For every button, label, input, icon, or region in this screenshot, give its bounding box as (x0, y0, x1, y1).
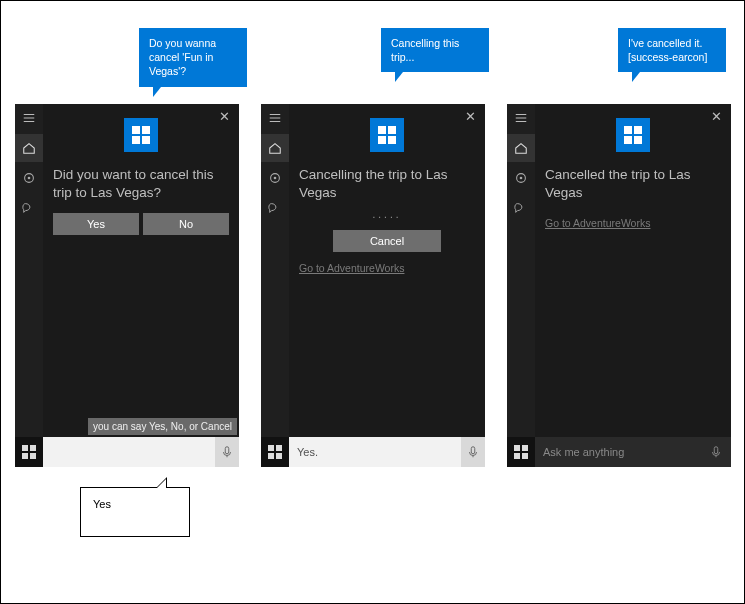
bubble-text: I've cancelled it. [success-earcon] (628, 37, 707, 63)
cortana-speech-bubble-1: Do you wanna cancel 'Fun in Vegas'? (139, 28, 247, 87)
windows-logo-icon (378, 126, 396, 144)
start-icon (268, 445, 282, 459)
prompt-heading: Cancelling the trip to Las Vegas (299, 166, 475, 201)
taskbar (15, 437, 239, 467)
svg-rect-8 (714, 447, 718, 454)
svg-point-1 (28, 177, 31, 180)
feedback-button[interactable] (261, 194, 289, 222)
start-icon (22, 445, 36, 459)
svg-point-4 (274, 177, 277, 180)
nav-rail (507, 104, 535, 437)
taskbar: Yes. (261, 437, 485, 467)
notebook-icon (514, 171, 528, 185)
home-button[interactable] (261, 134, 289, 162)
content-area: ✕ Cancelling the trip to Las Vegas .....… (289, 104, 485, 437)
cortana-panel-progress: ✕ Cancelling the trip to Las Vegas .....… (261, 104, 485, 467)
menu-icon (268, 111, 282, 125)
notebook-icon (268, 171, 282, 185)
menu-button[interactable] (15, 104, 43, 132)
start-button[interactable] (261, 437, 289, 467)
feedback-icon (22, 201, 36, 215)
bubble-text: Do you wanna cancel 'Fun in Vegas'? (149, 37, 216, 77)
svg-point-6 (517, 174, 526, 183)
notebook-button[interactable] (261, 164, 289, 192)
search-box[interactable] (43, 437, 215, 467)
home-button[interactable] (15, 134, 43, 162)
search-value: Yes. (297, 446, 453, 458)
mic-icon[interactable] (709, 445, 723, 459)
search-box[interactable]: Ask me anything (535, 437, 731, 467)
yes-button[interactable]: Yes (53, 213, 139, 235)
feedback-button[interactable] (507, 194, 535, 222)
mic-button[interactable] (461, 437, 485, 467)
menu-button[interactable] (261, 104, 289, 132)
app-tile[interactable] (370, 118, 404, 152)
mic-icon (220, 445, 234, 459)
close-button[interactable]: ✕ (215, 108, 233, 126)
feedback-icon (514, 201, 528, 215)
mic-button[interactable] (215, 437, 239, 467)
button-label: No (179, 218, 193, 230)
hint-text: you can say Yes, No, or Cancel (93, 421, 232, 432)
close-icon: ✕ (711, 109, 722, 124)
diagram-stage: Do you wanna cancel 'Fun in Vegas'? Canc… (1, 1, 744, 603)
windows-logo-icon (624, 126, 642, 144)
notebook-button[interactable] (507, 164, 535, 192)
home-icon (514, 141, 528, 155)
no-button[interactable]: No (143, 213, 229, 235)
menu-icon (22, 111, 36, 125)
notebook-icon (22, 171, 36, 185)
button-label: Yes (87, 218, 105, 230)
windows-logo-icon (132, 126, 150, 144)
link-label: Go to AdventureWorks (299, 262, 404, 274)
deep-link[interactable]: Go to AdventureWorks (545, 217, 650, 229)
prompt-heading: Did you want to cancel this trip to Las … (53, 166, 229, 201)
panel-body: ✕ Did you want to cancel this trip to La… (15, 104, 239, 437)
nav-rail (261, 104, 289, 437)
close-button[interactable]: ✕ (707, 108, 725, 126)
content-area: ✕ Cancelled the trip to Las Vegas Go to … (535, 104, 731, 437)
app-tile[interactable] (124, 118, 158, 152)
panel-body: ✕ Cancelled the trip to Las Vegas Go to … (507, 104, 731, 437)
svg-point-0 (25, 174, 34, 183)
notebook-button[interactable] (15, 164, 43, 192)
taskbar: Ask me anything (507, 437, 731, 467)
voice-hint: you can say Yes, No, or Cancel (88, 418, 237, 435)
cortana-speech-bubble-2: Cancelling this trip... (381, 28, 489, 72)
feedback-icon (268, 201, 282, 215)
start-icon (514, 445, 528, 459)
mic-icon (466, 445, 480, 459)
search-box[interactable]: Yes. (289, 437, 461, 467)
start-button[interactable] (507, 437, 535, 467)
cancel-button[interactable]: Cancel (333, 230, 441, 252)
svg-point-7 (520, 177, 523, 180)
link-label: Go to AdventureWorks (545, 217, 650, 229)
feedback-button[interactable] (15, 194, 43, 222)
app-tile[interactable] (616, 118, 650, 152)
button-label: Cancel (370, 235, 404, 247)
menu-button[interactable] (507, 104, 535, 132)
content-area: ✕ Did you want to cancel this trip to La… (43, 104, 239, 437)
button-row: Cancel (299, 230, 475, 252)
menu-icon (514, 111, 528, 125)
svg-point-3 (271, 174, 280, 183)
close-button[interactable]: ✕ (461, 108, 479, 126)
user-speech-bubble: Yes (80, 487, 190, 537)
panel-body: ✕ Cancelling the trip to Las Vegas .....… (261, 104, 485, 437)
cortana-panel-confirm: ✕ Did you want to cancel this trip to La… (15, 104, 239, 467)
prompt-heading: Cancelled the trip to Las Vegas (545, 166, 721, 201)
home-icon (22, 141, 36, 155)
svg-rect-5 (471, 447, 475, 454)
deep-link[interactable]: Go to AdventureWorks (299, 262, 404, 274)
progress-indicator: ..... (373, 209, 402, 220)
start-button[interactable] (15, 437, 43, 467)
svg-rect-2 (225, 447, 229, 454)
bubble-text: Cancelling this trip... (391, 37, 459, 63)
confirm-button-row: Yes No (53, 213, 229, 235)
close-icon: ✕ (219, 109, 230, 124)
cortana-panel-done: ✕ Cancelled the trip to Las Vegas Go to … (507, 104, 731, 467)
home-button[interactable] (507, 134, 535, 162)
search-placeholder: Ask me anything (543, 446, 709, 458)
home-icon (268, 141, 282, 155)
close-icon: ✕ (465, 109, 476, 124)
